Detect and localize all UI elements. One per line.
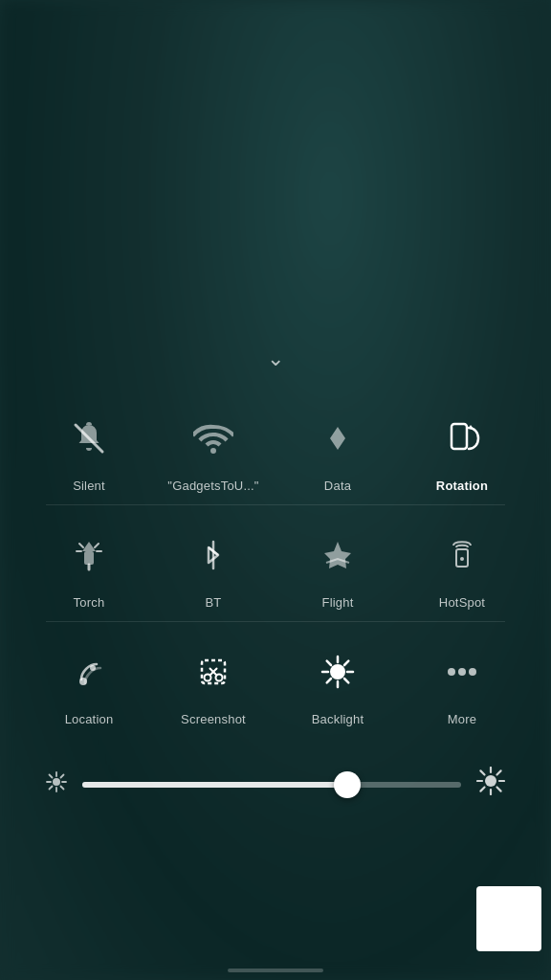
svg-line-7 (95, 544, 99, 547)
row-2: Torch BT Flight (27, 505, 524, 621)
svg-line-28 (327, 679, 331, 682)
data-icon (305, 406, 370, 471)
more-label: More (448, 712, 476, 726)
bluetooth-icon (181, 523, 246, 588)
svg-rect-1 (452, 424, 467, 449)
bt-button[interactable]: BT (151, 505, 276, 621)
svg-point-32 (53, 778, 60, 786)
white-square (476, 886, 541, 951)
flight-button[interactable]: Flight (276, 505, 400, 621)
screenshot-label: Screenshot (181, 712, 246, 726)
hotspot-icon (430, 523, 495, 588)
screenshot-button[interactable]: Screenshot (151, 622, 276, 738)
more-button[interactable]: More (400, 622, 524, 738)
svg-line-40 (50, 787, 53, 790)
chevron-down-icon[interactable]: ⌄ (267, 346, 284, 371)
svg-line-25 (327, 661, 331, 665)
wifi-label: "GadgetsToU..." (167, 479, 258, 493)
hotspot-button[interactable]: HotSpot (400, 505, 524, 621)
svg-line-6 (79, 544, 83, 547)
data-label: Data (324, 479, 351, 493)
svg-line-47 (497, 788, 501, 791)
backlight-icon (305, 639, 370, 704)
svg-point-41 (485, 775, 496, 787)
svg-line-49 (480, 788, 484, 791)
wifi-icon (181, 406, 246, 471)
brightness-slider[interactable] (82, 782, 461, 788)
bt-label: BT (205, 595, 221, 610)
silent-label: Silent (73, 479, 105, 493)
row-1: Silent "GadgetsToU..." Data (27, 389, 524, 504)
svg-marker-4 (82, 542, 96, 551)
brightness-slider-thumb[interactable] (334, 771, 361, 798)
hotspot-label: HotSpot (439, 595, 485, 610)
rotation-button[interactable]: Rotation (400, 389, 524, 504)
brightness-slider-fill (82, 782, 347, 788)
control-center: ⌄ Silent "GadgetsToU..." (0, 329, 551, 980)
airplane-icon (305, 523, 370, 588)
svg-line-48 (497, 770, 501, 774)
svg-point-20 (330, 664, 345, 679)
svg-line-26 (344, 679, 348, 682)
screenshot-icon (181, 639, 246, 704)
location-button[interactable]: Location (27, 622, 151, 738)
data-button[interactable]: Data (276, 389, 400, 504)
wifi-button[interactable]: "GadgetsToU..." (151, 389, 276, 504)
torch-label: Torch (74, 595, 105, 610)
svg-line-37 (50, 775, 53, 778)
location-label: Location (65, 712, 114, 726)
torch-button[interactable]: Torch (27, 505, 151, 621)
svg-rect-3 (84, 551, 94, 565)
brightness-max-icon (476, 767, 505, 802)
torch-icon (56, 523, 121, 588)
silent-icon (56, 406, 121, 471)
svg-line-46 (480, 770, 484, 774)
row-3: Location Screenshot (27, 622, 524, 738)
rotation-label: Rotation (436, 479, 488, 493)
svg-point-30 (458, 668, 466, 676)
svg-point-14 (79, 678, 87, 685)
brightness-min-icon (46, 771, 67, 797)
svg-point-29 (448, 668, 455, 676)
flight-label: Flight (322, 595, 354, 610)
svg-line-27 (344, 661, 348, 665)
svg-point-12 (460, 557, 464, 561)
silent-button[interactable]: Silent (27, 389, 151, 504)
backlight-label: Backlight (312, 712, 364, 726)
svg-line-39 (61, 775, 64, 778)
location-icon (56, 639, 121, 704)
more-icon (430, 639, 495, 704)
svg-point-31 (469, 668, 476, 676)
rotation-icon (430, 406, 495, 471)
brightness-slider-section (27, 747, 524, 821)
backlight-button[interactable]: Backlight (276, 622, 400, 738)
svg-line-38 (61, 787, 64, 790)
